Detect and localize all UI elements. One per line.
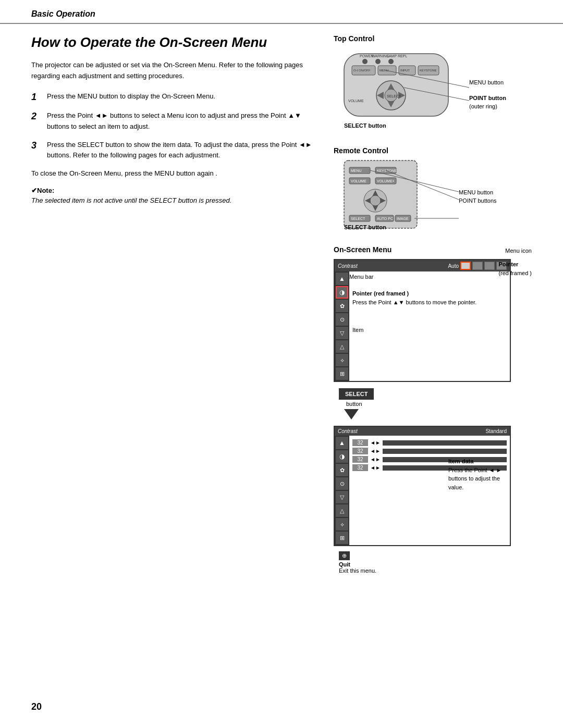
page-number: 20 bbox=[31, 701, 42, 712]
side-btn-2-red: ◑ bbox=[336, 286, 348, 299]
quit-desc: Exit this menu. bbox=[339, 567, 376, 574]
menu-body-1: ▲ ◑ ✿ ⊙ ▽ △ ⟡ ⊞ bbox=[335, 272, 510, 381]
item-data-label: Item data bbox=[448, 458, 473, 464]
left-column: How to Operate the On-Screen Menu The pr… bbox=[31, 34, 313, 574]
select-button-area: SELECT button bbox=[334, 384, 532, 426]
svg-point-39 bbox=[370, 195, 381, 206]
item-data-desc: Press the Point ◄ ► buttons to adjust th… bbox=[448, 467, 501, 490]
top-control-section: Top Control POWER WARNING LAMP REPL bbox=[334, 34, 532, 136]
remote-control-label: Remote Control bbox=[334, 146, 532, 155]
data-bar-1 bbox=[383, 440, 507, 446]
menu-content-1 bbox=[349, 272, 510, 381]
svg-text:IMAGE: IMAGE bbox=[397, 217, 409, 220]
onscreen-menu-section: On-Screen Menu Menu icon Contrast Auto bbox=[334, 245, 532, 574]
step-2-text: Press the Point ◄► buttons to select a M… bbox=[47, 110, 313, 132]
data-val-2: 32 bbox=[352, 448, 368, 454]
side2-btn-4: ⊙ bbox=[336, 477, 348, 490]
side-btn-6: △ bbox=[336, 340, 348, 353]
svg-text:AUTO PC: AUTO PC bbox=[377, 217, 393, 220]
data-val-4: 32 bbox=[352, 464, 368, 471]
svg-text:O-I ON/OFF: O-I ON/OFF bbox=[353, 69, 371, 72]
side2-btn-1: ▲ bbox=[336, 437, 348, 449]
arrow-down-icon bbox=[344, 409, 359, 419]
svg-text:SELECT: SELECT bbox=[351, 217, 365, 220]
rc-select-button-label: SELECT button bbox=[344, 223, 386, 231]
svg-text:KEYSTONE: KEYSTONE bbox=[420, 69, 437, 72]
pointer-callout: Pointer (red framed ) bbox=[498, 260, 532, 277]
step-1: 1 Press the MENU button to display the O… bbox=[31, 91, 313, 103]
menu-diagram-1: Contrast Auto bbox=[334, 259, 532, 382]
contrast-label-2: Contrast bbox=[338, 428, 358, 434]
side-btn-4: ⊙ bbox=[336, 313, 348, 326]
menu-icons-row: Auto bbox=[448, 262, 507, 270]
arrow-4: ◄► bbox=[370, 465, 381, 471]
menu-icon-3 bbox=[484, 262, 495, 270]
menu-left-buttons-1: ▲ ◑ ✿ ⊙ ▽ △ ⟡ ⊞ bbox=[335, 272, 349, 381]
top-control-label: Top Control bbox=[334, 34, 532, 43]
arrow-3: ◄► bbox=[370, 456, 381, 462]
svg-text:VOLUME: VOLUME bbox=[351, 179, 366, 183]
item-callout: Item bbox=[352, 327, 363, 333]
svg-text:INPUT: INPUT bbox=[400, 69, 410, 72]
menu-button-label: MENU button bbox=[469, 78, 504, 87]
svg-point-2 bbox=[375, 59, 381, 64]
menu-icon-2 bbox=[472, 262, 483, 270]
side-btn-8: ⊞ bbox=[336, 367, 348, 380]
quit-section: ⊕ Quit Exit this menu. bbox=[334, 551, 532, 574]
side2-btn-3: ✿ bbox=[336, 464, 348, 476]
step-1-text: Press the MENU button to display the On-… bbox=[47, 91, 215, 102]
to-close-text: To close the On-Screen Menu, press the M… bbox=[31, 168, 313, 179]
side-btn-3: ✿ bbox=[336, 300, 348, 312]
side-btn-5: ▽ bbox=[336, 327, 348, 339]
auto-label: Auto bbox=[448, 263, 459, 269]
arrow-2: ◄► bbox=[370, 448, 381, 454]
select-btn-label: button bbox=[346, 401, 362, 407]
menu-icon-callout: Menu icon bbox=[505, 247, 532, 255]
svg-text:MENU: MENU bbox=[380, 69, 389, 72]
side2-btn-7: ⟡ bbox=[336, 518, 348, 530]
data-row-2: 32 ◄► bbox=[352, 448, 507, 454]
side2-btn-8: ⊞ bbox=[336, 532, 348, 544]
note-title: ✔Note: bbox=[31, 187, 54, 194]
pointer-sub: (red framed ) bbox=[498, 270, 532, 276]
menu-bar-2: Contrast Standard bbox=[335, 427, 510, 436]
page-title: How to Operate the On-Screen Menu bbox=[31, 34, 313, 51]
standard-label: Standard bbox=[485, 428, 507, 434]
intro-text: The projector can be adjusted or set via… bbox=[31, 60, 313, 82]
quit-area: Quit Exit this menu. bbox=[339, 561, 532, 574]
point-button-label: POINT button (outer ring) bbox=[469, 94, 506, 111]
pointer-red-callout: Pointer (red framed ) Press the Point ▲▼… bbox=[352, 289, 476, 306]
remote-control-section: Remote Control MENU KEYSTONE VOLUME bbox=[334, 146, 532, 235]
select-button-label: SELECT button bbox=[344, 121, 386, 130]
menu-bar-top: Contrast Auto bbox=[335, 260, 510, 272]
svg-text:VOLUME: VOLUME bbox=[348, 99, 364, 103]
onscreen-header: On-Screen Menu Menu icon bbox=[334, 245, 532, 257]
pointer-red-label: Pointer (red framed ) bbox=[352, 290, 409, 297]
step-1-num: 1 bbox=[31, 91, 42, 103]
data-val-1: 32 bbox=[352, 439, 368, 446]
menu-bar-text-label: Menu bar bbox=[349, 274, 373, 280]
side-btn-1: ▲ bbox=[336, 273, 348, 285]
arrow-1: ◄► bbox=[370, 440, 381, 446]
pointer-label: Pointer bbox=[498, 261, 518, 267]
data-val-3: 32 bbox=[352, 456, 368, 463]
note-text: The selected item is not active until th… bbox=[31, 196, 313, 204]
menu-bar-callout: Menu bar bbox=[349, 274, 373, 280]
step-3-num: 3 bbox=[31, 140, 42, 152]
svg-text:SELECT: SELECT bbox=[387, 94, 401, 98]
item-data-callout: Item data Press the Point ◄ ► buttons to… bbox=[448, 457, 501, 491]
step-2: 2 Press the Point ◄► buttons to select a… bbox=[31, 110, 313, 132]
right-column: Top Control POWER WARNING LAMP REPL bbox=[334, 34, 532, 574]
side2-btn-5: ▽ bbox=[336, 491, 348, 503]
side-btn-7: ⟡ bbox=[336, 354, 348, 366]
note-section: ✔Note: The selected item is not active u… bbox=[31, 187, 313, 204]
step-3: 3 Press the SELECT button to show the it… bbox=[31, 140, 313, 162]
step-2-num: 2 bbox=[31, 110, 42, 122]
top-control-diagram-wrap: POWER WARNING LAMP REPL O-I ON/OFF MENU … bbox=[334, 46, 532, 136]
remote-diagram-wrap: MENU KEYSTONE VOLUME VOLUME+ bbox=[334, 158, 532, 235]
quit-icon: ⊕ bbox=[339, 551, 350, 560]
header-title: Basic Operation bbox=[31, 9, 95, 18]
item-label: Item bbox=[352, 327, 363, 333]
rc-point-buttons-label: POINT buttons bbox=[459, 196, 497, 205]
header: Basic Operation bbox=[0, 0, 563, 24]
